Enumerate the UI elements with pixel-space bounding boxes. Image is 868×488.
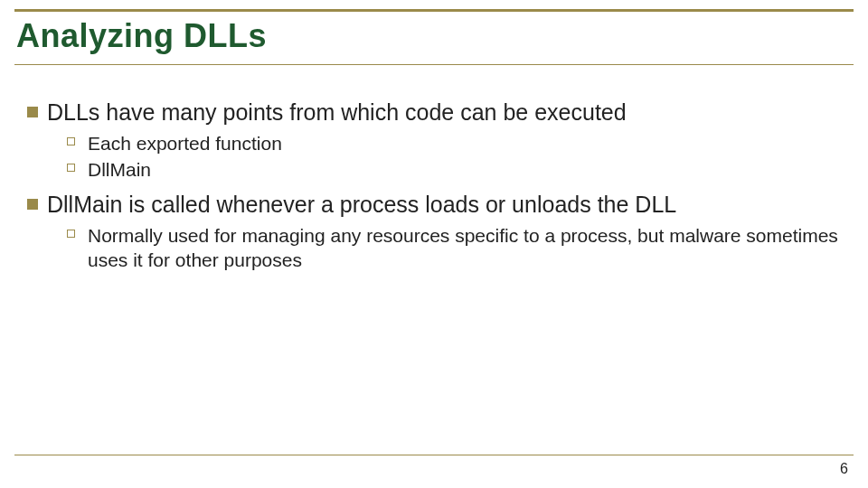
- subbullet-text: DllMain: [88, 157, 151, 182]
- hollow-square-bullet-icon: [67, 137, 75, 145]
- square-bullet-icon: [27, 199, 38, 210]
- subbullet-group: Normally used for managing any resources…: [67, 223, 841, 273]
- subbullet-text: Normally used for managing any resources…: [88, 223, 841, 273]
- bullet-level1: DllMain is called whenever a process loa…: [27, 192, 841, 218]
- subbullet-text: Each exported function: [88, 131, 282, 155]
- subbullet-group: Each exported function DllMain: [67, 131, 841, 183]
- title-container: Analyzing DLLs: [14, 9, 854, 65]
- bullet-text: DLLs have many points from which code ca…: [47, 99, 627, 126]
- bullet-text: DllMain is called whenever a process loa…: [47, 192, 676, 218]
- square-bullet-icon: [27, 107, 38, 117]
- slide: Analyzing DLLs DLLs have many points fro…: [0, 0, 868, 488]
- page-number: 6: [840, 461, 848, 477]
- bullet-level2: Normally used for managing any resources…: [67, 223, 841, 273]
- bullet-level2: Each exported function: [67, 131, 841, 155]
- hollow-square-bullet-icon: [67, 164, 75, 172]
- hollow-square-bullet-icon: [67, 230, 75, 238]
- footer-divider: [14, 455, 854, 455]
- slide-body: DLLs have many points from which code ca…: [27, 90, 841, 281]
- bullet-level2: DllMain: [67, 157, 841, 182]
- bullet-level1: DLLs have many points from which code ca…: [27, 99, 841, 126]
- slide-title: Analyzing DLLs: [14, 17, 854, 55]
